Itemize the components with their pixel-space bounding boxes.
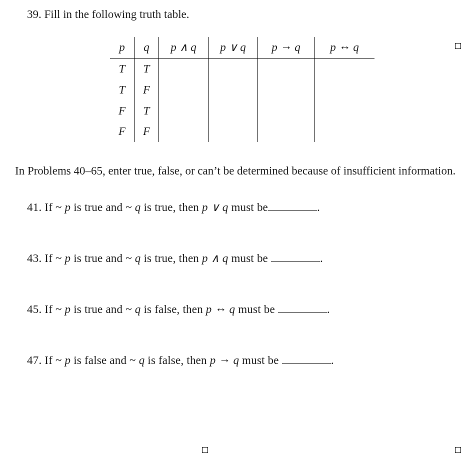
expr: p ∧ q bbox=[202, 252, 228, 264]
th-q: q bbox=[144, 41, 150, 54]
cell bbox=[258, 58, 314, 79]
answer-blank[interactable] bbox=[268, 200, 317, 211]
table-row: T T bbox=[110, 58, 374, 79]
th-porq: p ∨ q bbox=[220, 41, 246, 54]
t: If ~ bbox=[44, 201, 64, 214]
var: q bbox=[139, 354, 145, 366]
problem-number: 41. bbox=[27, 201, 42, 214]
cell bbox=[258, 100, 314, 122]
cell bbox=[159, 121, 208, 142]
var: q bbox=[135, 201, 141, 214]
cell: T bbox=[134, 58, 159, 79]
t: If ~ bbox=[44, 354, 64, 366]
var: q bbox=[135, 252, 141, 264]
problem-39-statement: 39. Fill in the following truth table. bbox=[27, 7, 460, 22]
t: must be bbox=[239, 354, 282, 366]
t: must be bbox=[228, 201, 268, 214]
t: is true, then bbox=[141, 201, 202, 214]
cell: T bbox=[110, 80, 134, 100]
var: p bbox=[65, 303, 71, 316]
answer-blank[interactable] bbox=[278, 302, 327, 313]
marker-square-icon bbox=[455, 447, 461, 453]
marker-square-icon bbox=[455, 43, 461, 49]
problem-number: 47. bbox=[27, 354, 42, 366]
t: is true, then bbox=[141, 252, 202, 264]
var: q bbox=[135, 303, 141, 316]
problem-list: 41. If ~ p is true and ~ q is true, then… bbox=[27, 200, 460, 368]
t: If ~ bbox=[44, 252, 64, 264]
t: . bbox=[331, 354, 334, 366]
table-row: F F bbox=[110, 121, 374, 142]
t: must be bbox=[228, 252, 271, 264]
cell bbox=[208, 121, 258, 142]
t: is true and ~ bbox=[70, 303, 135, 316]
th-pimpq: p → q bbox=[272, 41, 300, 54]
problem-41: 41. If ~ p is true and ~ q is true, then… bbox=[27, 200, 460, 215]
problem-number: 43. bbox=[27, 252, 42, 264]
cell bbox=[314, 121, 375, 142]
problem-45: 45. If ~ p is true and ~ q is false, the… bbox=[27, 302, 460, 317]
t: is false, then bbox=[144, 354, 210, 366]
cell bbox=[208, 58, 258, 79]
problem-43: 43. If ~ p is true and ~ q is true, then… bbox=[27, 251, 460, 266]
answer-blank[interactable] bbox=[271, 251, 320, 262]
th-pandq: p ∧ q bbox=[170, 41, 196, 54]
cell bbox=[258, 121, 314, 142]
truth-table-wrapper: p q p ∧ q p ∨ q p → q p ↔ q T T bbox=[110, 37, 460, 142]
expr: p ↔ q bbox=[206, 303, 236, 316]
problem-text: Fill in the following truth table. bbox=[44, 8, 190, 20]
problem-number: 39. bbox=[27, 8, 42, 20]
cell bbox=[258, 80, 314, 100]
t: If ~ bbox=[44, 303, 64, 316]
cell bbox=[314, 58, 375, 79]
cell: F bbox=[134, 121, 159, 142]
instructions-text: In Problems 40–65, enter true, false, or… bbox=[15, 162, 460, 180]
answer-blank[interactable] bbox=[282, 353, 331, 364]
var: p bbox=[65, 354, 71, 366]
cell bbox=[208, 80, 258, 100]
t: is true and ~ bbox=[70, 201, 135, 214]
t: is false and ~ bbox=[70, 354, 138, 366]
table-header-row: p q p ∧ q p ∨ q p → q p ↔ q bbox=[110, 37, 374, 58]
cell bbox=[159, 100, 208, 122]
t: . bbox=[317, 201, 320, 214]
var: p bbox=[65, 252, 71, 264]
cell: T bbox=[134, 100, 159, 122]
cell bbox=[208, 100, 258, 122]
problem-number: 45. bbox=[27, 303, 42, 316]
cell: F bbox=[134, 80, 159, 100]
t: must be bbox=[235, 303, 278, 316]
cell: F bbox=[110, 100, 134, 122]
problem-47: 47. If ~ p is false and ~ q is false, th… bbox=[27, 353, 460, 368]
truth-table: p q p ∧ q p ∨ q p → q p ↔ q T T bbox=[110, 37, 374, 142]
table-row: F T bbox=[110, 100, 374, 122]
cell bbox=[159, 80, 208, 100]
cell: F bbox=[110, 121, 134, 142]
t: . bbox=[320, 252, 323, 264]
expr: p ∨ q bbox=[202, 201, 228, 214]
marker-square-icon bbox=[202, 447, 208, 453]
table-row: T F bbox=[110, 80, 374, 100]
cell bbox=[159, 58, 208, 79]
t: . bbox=[327, 303, 330, 316]
t: is true and ~ bbox=[70, 252, 135, 264]
cell: T bbox=[110, 58, 134, 79]
th-p: p bbox=[119, 41, 125, 54]
cell bbox=[314, 100, 375, 122]
var: p bbox=[65, 201, 71, 214]
th-piffq: p ↔ q bbox=[330, 41, 359, 54]
cell bbox=[314, 80, 375, 100]
expr: p → q bbox=[210, 354, 240, 366]
t: is false, then bbox=[141, 303, 206, 316]
